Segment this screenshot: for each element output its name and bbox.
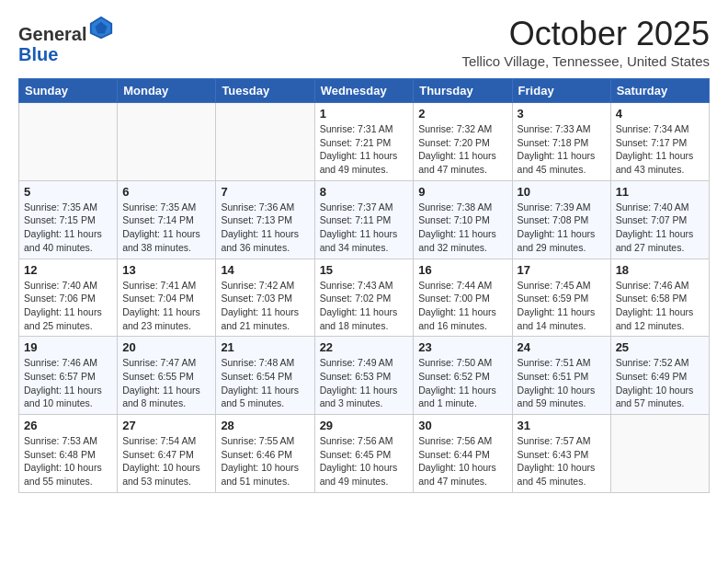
day-info: Sunrise: 7:50 AM Sunset: 6:52 PM Dayligh… — [418, 356, 506, 410]
day-number: 31 — [518, 419, 606, 432]
day-info: Sunrise: 7:44 AM Sunset: 7:00 PM Dayligh… — [418, 279, 506, 333]
day-number: 24 — [518, 340, 606, 354]
calendar-cell: 5Sunrise: 7:35 AM Sunset: 7:15 PM Daylig… — [19, 180, 118, 259]
day-number: 23 — [418, 340, 506, 354]
day-info: Sunrise: 7:35 AM Sunset: 7:14 PM Dayligh… — [122, 201, 210, 255]
col-header-tuesday: Tuesday — [216, 79, 314, 103]
day-info: Sunrise: 7:39 AM Sunset: 7:08 PM Dayligh… — [518, 201, 606, 255]
calendar-cell: 16Sunrise: 7:44 AM Sunset: 7:00 PM Dayli… — [414, 259, 512, 337]
day-number: 2 — [418, 107, 506, 121]
day-number: 28 — [221, 419, 309, 432]
day-info: Sunrise: 7:46 AM Sunset: 6:58 PM Dayligh… — [616, 279, 704, 333]
day-number: 5 — [24, 185, 112, 199]
calendar-cell — [118, 103, 216, 181]
calendar-cell: 9Sunrise: 7:38 AM Sunset: 7:10 PM Daylig… — [414, 180, 512, 259]
day-info: Sunrise: 7:41 AM Sunset: 7:04 PM Dayligh… — [122, 279, 210, 333]
day-info: Sunrise: 7:47 AM Sunset: 6:55 PM Dayligh… — [122, 356, 210, 410]
calendar-week-row: 1Sunrise: 7:31 AM Sunset: 7:21 PM Daylig… — [19, 103, 710, 181]
day-number: 8 — [320, 185, 409, 199]
month-title: October 2025 — [461, 15, 710, 53]
day-info: Sunrise: 7:36 AM Sunset: 7:13 PM Dayligh… — [221, 201, 309, 255]
calendar-cell — [216, 103, 314, 181]
day-number: 13 — [122, 263, 210, 277]
day-info: Sunrise: 7:56 AM Sunset: 6:45 PM Dayligh… — [320, 434, 409, 488]
day-info: Sunrise: 7:40 AM Sunset: 7:06 PM Dayligh… — [24, 279, 112, 333]
calendar-cell: 13Sunrise: 7:41 AM Sunset: 7:04 PM Dayli… — [118, 259, 216, 337]
day-info: Sunrise: 7:53 AM Sunset: 6:48 PM Dayligh… — [24, 434, 112, 488]
calendar-cell: 19Sunrise: 7:46 AM Sunset: 6:57 PM Dayli… — [19, 337, 118, 415]
calendar-week-row: 12Sunrise: 7:40 AM Sunset: 7:06 PM Dayli… — [19, 259, 710, 337]
calendar-cell — [610, 415, 709, 493]
day-number: 15 — [320, 263, 409, 277]
day-info: Sunrise: 7:33 AM Sunset: 7:18 PM Dayligh… — [518, 122, 606, 177]
day-info: Sunrise: 7:45 AM Sunset: 6:59 PM Dayligh… — [518, 279, 606, 333]
calendar-cell: 28Sunrise: 7:55 AM Sunset: 6:46 PM Dayli… — [216, 415, 314, 493]
day-number: 3 — [518, 107, 606, 121]
day-number: 19 — [24, 340, 112, 354]
calendar-cell: 2Sunrise: 7:32 AM Sunset: 7:20 PM Daylig… — [414, 103, 512, 181]
day-number: 14 — [221, 263, 309, 277]
logo-general-text: General — [18, 24, 86, 44]
logo: General Blue — [18, 15, 114, 64]
day-number: 26 — [24, 419, 112, 432]
calendar-cell: 3Sunrise: 7:33 AM Sunset: 7:18 PM Daylig… — [512, 103, 610, 181]
calendar-cell: 23Sunrise: 7:50 AM Sunset: 6:52 PM Dayli… — [414, 337, 512, 415]
logo-icon — [88, 15, 114, 40]
page: General Blue October 2025 Tellico Villag… — [0, 0, 728, 502]
calendar-cell: 27Sunrise: 7:54 AM Sunset: 6:47 PM Dayli… — [118, 415, 216, 493]
day-info: Sunrise: 7:34 AM Sunset: 7:17 PM Dayligh… — [616, 122, 704, 177]
day-number: 9 — [418, 185, 506, 199]
calendar-week-row: 26Sunrise: 7:53 AM Sunset: 6:48 PM Dayli… — [19, 415, 710, 493]
day-number: 12 — [24, 263, 112, 277]
calendar-cell: 6Sunrise: 7:35 AM Sunset: 7:14 PM Daylig… — [118, 180, 216, 259]
calendar-cell: 1Sunrise: 7:31 AM Sunset: 7:21 PM Daylig… — [314, 103, 414, 181]
calendar-cell: 8Sunrise: 7:37 AM Sunset: 7:11 PM Daylig… — [314, 180, 414, 259]
day-info: Sunrise: 7:54 AM Sunset: 6:47 PM Dayligh… — [122, 434, 210, 488]
logo-blue-text: Blue — [18, 44, 58, 64]
col-header-saturday: Saturday — [610, 79, 709, 103]
header: General Blue October 2025 Tellico Villag… — [18, 15, 710, 69]
calendar-table: SundayMondayTuesdayWednesdayThursdayFrid… — [18, 78, 710, 493]
day-number: 1 — [320, 107, 409, 121]
day-number: 21 — [221, 340, 309, 354]
calendar-cell: 20Sunrise: 7:47 AM Sunset: 6:55 PM Dayli… — [118, 337, 216, 415]
calendar-week-row: 5Sunrise: 7:35 AM Sunset: 7:15 PM Daylig… — [19, 180, 710, 259]
calendar-cell: 10Sunrise: 7:39 AM Sunset: 7:08 PM Dayli… — [512, 180, 610, 259]
day-number: 29 — [320, 419, 409, 432]
day-info: Sunrise: 7:52 AM Sunset: 6:49 PM Dayligh… — [616, 356, 704, 410]
day-info: Sunrise: 7:42 AM Sunset: 7:03 PM Dayligh… — [221, 279, 309, 333]
day-number: 22 — [320, 340, 409, 354]
col-header-friday: Friday — [512, 79, 610, 103]
day-info: Sunrise: 7:49 AM Sunset: 6:53 PM Dayligh… — [320, 356, 409, 410]
day-number: 6 — [122, 185, 210, 199]
day-info: Sunrise: 7:57 AM Sunset: 6:43 PM Dayligh… — [518, 434, 606, 488]
calendar-cell: 11Sunrise: 7:40 AM Sunset: 7:07 PM Dayli… — [610, 180, 709, 259]
day-info: Sunrise: 7:48 AM Sunset: 6:54 PM Dayligh… — [221, 356, 309, 410]
day-number: 27 — [122, 419, 210, 432]
day-info: Sunrise: 7:37 AM Sunset: 7:11 PM Dayligh… — [320, 201, 409, 255]
col-header-wednesday: Wednesday — [314, 79, 414, 103]
col-header-monday: Monday — [118, 79, 216, 103]
calendar-cell: 29Sunrise: 7:56 AM Sunset: 6:45 PM Dayli… — [314, 415, 414, 493]
day-info: Sunrise: 7:43 AM Sunset: 7:02 PM Dayligh… — [320, 279, 409, 333]
day-number: 25 — [616, 340, 704, 354]
day-number: 7 — [221, 185, 309, 199]
calendar-cell: 15Sunrise: 7:43 AM Sunset: 7:02 PM Dayli… — [314, 259, 414, 337]
calendar-cell: 7Sunrise: 7:36 AM Sunset: 7:13 PM Daylig… — [216, 180, 314, 259]
calendar-cell: 17Sunrise: 7:45 AM Sunset: 6:59 PM Dayli… — [512, 259, 610, 337]
calendar-cell: 21Sunrise: 7:48 AM Sunset: 6:54 PM Dayli… — [216, 337, 314, 415]
calendar-cell: 4Sunrise: 7:34 AM Sunset: 7:17 PM Daylig… — [610, 103, 709, 181]
calendar-cell: 18Sunrise: 7:46 AM Sunset: 6:58 PM Dayli… — [610, 259, 709, 337]
day-info: Sunrise: 7:32 AM Sunset: 7:20 PM Dayligh… — [418, 122, 506, 177]
calendar-cell: 22Sunrise: 7:49 AM Sunset: 6:53 PM Dayli… — [314, 337, 414, 415]
day-info: Sunrise: 7:35 AM Sunset: 7:15 PM Dayligh… — [24, 201, 112, 255]
day-info: Sunrise: 7:31 AM Sunset: 7:21 PM Dayligh… — [320, 122, 409, 177]
calendar-cell: 12Sunrise: 7:40 AM Sunset: 7:06 PM Dayli… — [19, 259, 118, 337]
calendar-cell: 25Sunrise: 7:52 AM Sunset: 6:49 PM Dayli… — [610, 337, 709, 415]
day-number: 11 — [616, 185, 704, 199]
day-info: Sunrise: 7:55 AM Sunset: 6:46 PM Dayligh… — [221, 434, 309, 488]
day-info: Sunrise: 7:56 AM Sunset: 6:44 PM Dayligh… — [418, 434, 506, 488]
day-number: 20 — [122, 340, 210, 354]
day-info: Sunrise: 7:40 AM Sunset: 7:07 PM Dayligh… — [616, 201, 704, 255]
calendar-header-row: SundayMondayTuesdayWednesdayThursdayFrid… — [19, 79, 710, 103]
